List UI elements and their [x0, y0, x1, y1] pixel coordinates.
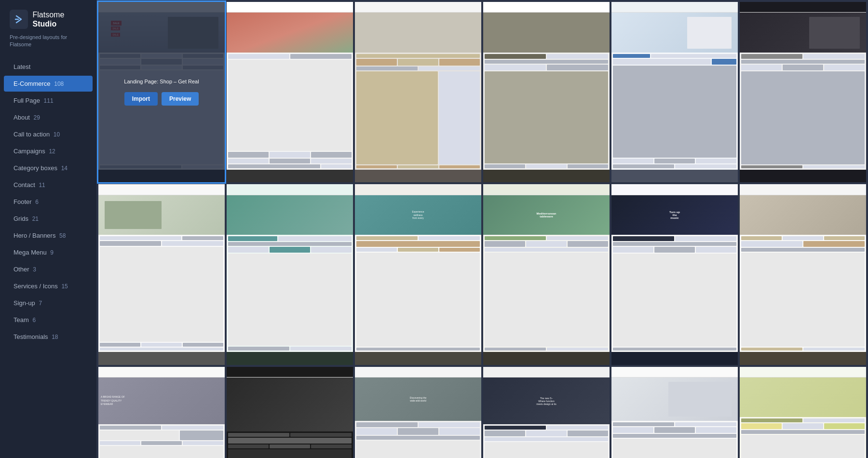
- template-item-10[interactable]: Mediterraneantableware Import Preview: [483, 184, 610, 364]
- sidebar-item-megamenu[interactable]: Mega Menu 9: [4, 244, 93, 260]
- import-button-10[interactable]: Import: [509, 268, 542, 281]
- sidebar: Flatsome Studio Pre-designed layouts for…: [0, 0, 96, 458]
- sidebar-item-herobanners[interactable]: Hero / Banners 58: [4, 228, 93, 243]
- sidebar-navigation: Latest E-Commerce 108 Full Page 111 Abou…: [0, 58, 96, 345]
- template-item-5[interactable]: Import Preview: [611, 2, 738, 182]
- brand-name: Flatsome Studio: [33, 10, 87, 28]
- preview-button-16[interactable]: Preview: [546, 450, 583, 458]
- template-grid: SALE SALE SALE Landing Page: Shop – Get …: [98, 2, 866, 458]
- import-button-2[interactable]: Import: [253, 85, 286, 99]
- import-button-3[interactable]: Import: [381, 85, 414, 99]
- sidebar-item-footer[interactable]: Footer 6: [4, 194, 93, 210]
- sidebar-item-categoryboxes[interactable]: Category boxes 14: [4, 160, 93, 176]
- logo-icon: [10, 10, 28, 29]
- sidebar-item-contact[interactable]: Contact 11: [4, 177, 93, 193]
- overlay-title: Landing Page: Shop – Get Real: [120, 79, 203, 84]
- preview-button-18[interactable]: Preview: [803, 450, 840, 458]
- sidebar-item-grids[interactable]: Grids 21: [4, 211, 93, 227]
- preview-button-15[interactable]: Preview: [418, 450, 455, 458]
- overlay-actions-2: Import Preview: [253, 85, 327, 99]
- overlay-actions-3: Import Preview: [381, 85, 456, 99]
- template-item-2[interactable]: Import Preview: [227, 2, 353, 182]
- preview-button-6[interactable]: Preview: [803, 85, 840, 99]
- template-item-12[interactable]: Import Preview: [740, 184, 866, 364]
- sidebar-item-ecommerce[interactable]: E-Commerce 108: [4, 76, 93, 92]
- import-button-14[interactable]: Import: [253, 450, 286, 458]
- preview-button-3[interactable]: Preview: [418, 85, 455, 99]
- import-button-6[interactable]: Import: [766, 85, 799, 99]
- sidebar-item-other[interactable]: Other 3: [4, 261, 93, 277]
- preview-button-14[interactable]: Preview: [290, 450, 327, 458]
- import-button-15[interactable]: Import: [381, 450, 414, 458]
- template-item-3[interactable]: Import Preview: [355, 2, 481, 182]
- import-button-16[interactable]: Import: [509, 450, 542, 458]
- template-item-16[interactable]: The new S–Where functionmeets design at …: [483, 367, 610, 458]
- preview-button-10[interactable]: Preview: [546, 268, 583, 281]
- template-item-17[interactable]: Import Preview: [611, 367, 738, 458]
- template-item-11[interactable]: Turn upthemusic Import Preview: [611, 184, 738, 364]
- preview-button-7[interactable]: Preview: [162, 268, 199, 281]
- import-button-9[interactable]: Import: [381, 268, 414, 281]
- preview-button-9[interactable]: Preview: [418, 268, 455, 281]
- template-item-18[interactable]: Import Preview: [740, 367, 866, 458]
- sidebar-item-about[interactable]: About 29: [4, 109, 93, 125]
- template-item-8[interactable]: Import Preview: [227, 184, 353, 364]
- template-item-15[interactable]: Discovering thewide wild world: [355, 367, 481, 458]
- preview-button-13[interactable]: Preview: [162, 450, 199, 458]
- template-item-6[interactable]: Import Preview: [740, 2, 866, 182]
- overlay-actions: Import Preview: [124, 92, 199, 106]
- brand-tagline: Pre-designed layouts for Flatsome: [0, 34, 96, 58]
- preview-button[interactable]: Preview: [162, 92, 199, 106]
- import-button-7[interactable]: Import: [124, 268, 158, 281]
- template-overlay-1: Landing Page: Shop – Get Real Import Pre…: [98, 2, 225, 182]
- sidebar-item-fullpage[interactable]: Full Page 111: [4, 93, 93, 108]
- preview-button-5[interactable]: Preview: [675, 85, 712, 99]
- import-button-18[interactable]: Import: [766, 450, 799, 458]
- sidebar-item-campaigns[interactable]: Campaigns 12: [4, 143, 93, 159]
- sidebar-item-team[interactable]: Team 6: [4, 312, 93, 328]
- preview-button-4[interactable]: Preview: [546, 85, 583, 99]
- import-button-17[interactable]: Import: [637, 450, 671, 458]
- import-button-12[interactable]: Import: [766, 268, 799, 281]
- template-item-4[interactable]: Import Preview: [483, 2, 610, 182]
- sidebar-item-calltoaction[interactable]: Call to action 10: [4, 126, 93, 142]
- preview-button-12[interactable]: Preview: [803, 268, 840, 281]
- preview-button-8[interactable]: Preview: [290, 268, 327, 281]
- template-item-1[interactable]: SALE SALE SALE Landing Page: Shop – Get …: [98, 2, 225, 182]
- preview-button-11[interactable]: Preview: [675, 268, 712, 281]
- import-button-13[interactable]: Import: [124, 450, 158, 458]
- template-item-13[interactable]: A BROAD RANGE OFTRENDY QUALITYEYEWEAR Im…: [98, 367, 225, 458]
- sidebar-item-testimonials[interactable]: Testimonials 18: [4, 329, 93, 345]
- import-button[interactable]: Import: [124, 92, 158, 106]
- preview-button-17[interactable]: Preview: [675, 450, 712, 458]
- template-item-9[interactable]: Experiencewellnessfrom every Import Prev…: [355, 184, 481, 364]
- import-button-11[interactable]: Import: [637, 268, 671, 281]
- sidebar-item-signup[interactable]: Sign-up 7: [4, 295, 93, 311]
- import-button-8[interactable]: Import: [253, 268, 286, 281]
- preview-button-2[interactable]: Preview: [290, 85, 327, 99]
- sidebar-item-latest[interactable]: Latest: [4, 59, 93, 75]
- sidebar-item-servicesicons[interactable]: Services / Icons 15: [4, 278, 93, 294]
- import-button-4[interactable]: Import: [509, 85, 542, 99]
- main-content: SALE SALE SALE Landing Page: Shop – Get …: [96, 0, 868, 458]
- template-item-7[interactable]: Import Preview: [98, 184, 225, 364]
- sidebar-logo: Flatsome Studio: [0, 10, 96, 34]
- import-button-5[interactable]: Import: [637, 85, 671, 99]
- template-item-14[interactable]: Import Preview: [227, 367, 353, 458]
